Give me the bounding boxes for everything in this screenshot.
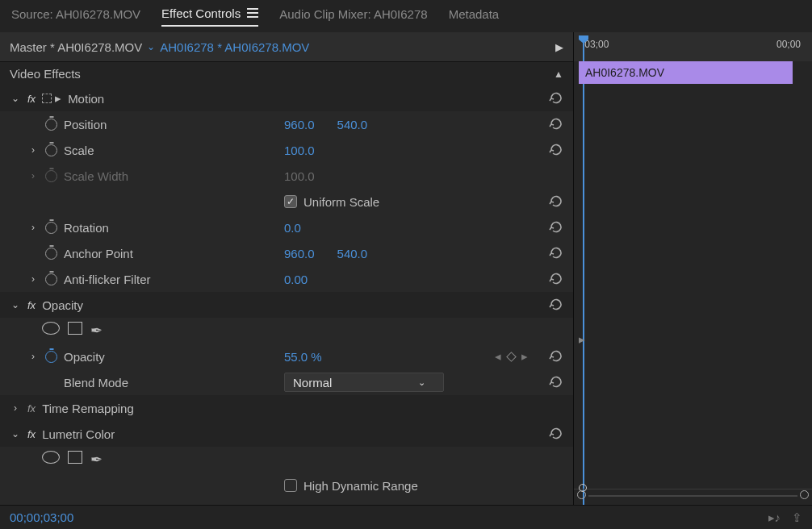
panel-menu-icon[interactable] [247, 8, 258, 18]
blend-mode-label: Blend Mode [64, 376, 128, 389]
effect-opacity[interactable]: ⌄ fx Opacity [0, 292, 573, 318]
anchor-point-label: Anchor Point [64, 247, 133, 260]
loop-icon[interactable]: ▸♪ [768, 510, 781, 525]
effect-lumetri-color[interactable]: ⌄ fx Lumetri Color [0, 421, 573, 447]
stopwatch-icon[interactable] [45, 248, 57, 260]
keyframe-expand-icon[interactable]: ▸ [579, 332, 585, 347]
ruler-end-label: 00;00 [776, 39, 801, 50]
master-clip-label: Master * AH0I6278.MOV [10, 40, 142, 54]
stopwatch-icon[interactable] [45, 351, 57, 363]
scale-width-value: 100.0 [284, 169, 315, 183]
fx-badge-icon[interactable]: fx [27, 402, 36, 414]
tab-audio-mixer[interactable]: Audio Clip Mixer: AH0I6278 [279, 7, 427, 26]
anti-flicker-value[interactable]: 0.00 [284, 273, 308, 286]
prop-blend-mode: Blend Mode Normal ⌄ [0, 369, 573, 395]
reset-button[interactable] [549, 91, 563, 106]
twirl-icon[interactable]: › [27, 144, 39, 156]
twirl-icon[interactable]: › [10, 402, 21, 414]
prop-opacity: › Opacity 55.0 % ◂ ▸ [0, 344, 573, 369]
ellipse-mask-icon[interactable] [42, 451, 60, 464]
prop-scale: › Scale 100.0 [0, 137, 573, 163]
panel-footer: 00;00;03;00 ▸♪ ⇪ [0, 505, 812, 529]
fx-badge-icon[interactable]: fx [27, 299, 36, 311]
blend-mode-select[interactable]: Normal ⌄ [284, 373, 444, 392]
twirl-icon[interactable]: › [27, 222, 39, 233]
reset-button[interactable] [549, 427, 563, 441]
position-x-value[interactable]: 960.0 [284, 118, 315, 131]
zoom-handle-left-icon[interactable] [577, 490, 586, 499]
position-label: Position [64, 118, 107, 131]
next-keyframe-icon[interactable]: ▸ [521, 349, 528, 364]
effect-opacity-label: Opacity [42, 298, 83, 312]
prop-hdr: High Dynamic Range [0, 473, 573, 498]
chevron-down-icon[interactable]: ⌄ [147, 41, 155, 52]
position-y-value[interactable]: 540.0 [337, 118, 368, 131]
anchor-x-value[interactable]: 960.0 [284, 247, 315, 260]
rotation-value[interactable]: 0.0 [284, 221, 301, 235]
playhead[interactable] [579, 35, 588, 44]
effect-motion[interactable]: ⌄ fx ▸ Motion [0, 85, 573, 111]
pen-mask-icon[interactable]: ✒ [90, 322, 103, 339]
uniform-scale-checkbox[interactable] [284, 195, 297, 208]
video-effects-header[interactable]: Video Effects ▲ [0, 61, 573, 85]
reset-button[interactable] [549, 143, 563, 157]
twirl-icon[interactable]: ⌄ [10, 93, 21, 104]
zoom-handle-right-icon[interactable] [800, 490, 809, 499]
scale-value[interactable]: 100.0 [284, 144, 315, 157]
tab-metadata[interactable]: Metadata [449, 7, 500, 26]
reset-button[interactable] [549, 375, 563, 389]
play-icon[interactable]: ▶ [555, 41, 563, 53]
effect-time-remapping[interactable]: › fx Time Remapping [0, 395, 573, 421]
collapse-up-icon[interactable]: ▲ [554, 69, 563, 80]
prev-keyframe-icon[interactable]: ◂ [495, 349, 501, 364]
fx-badge-icon[interactable]: fx [27, 428, 36, 440]
lumetri-mask-tools-row: ✒ [0, 447, 573, 473]
clip-bar-label: AH0I6278.MOV [585, 66, 664, 79]
rectangle-mask-icon[interactable] [68, 322, 82, 335]
anchor-y-value[interactable]: 540.0 [337, 247, 368, 260]
clip-bar[interactable]: AH0I6278.MOV [579, 61, 793, 84]
reset-button[interactable] [549, 349, 563, 364]
effect-controls-timeline[interactable]: :03;00 00;00 AH0I6278.MOV ▸ [573, 32, 812, 505]
effect-motion-label: Motion [68, 92, 104, 106]
reset-button[interactable] [549, 298, 563, 312]
anti-flicker-label: Anti-flicker Filter [64, 273, 151, 286]
basic-correction-label: Basic Correction [64, 505, 153, 506]
add-keyframe-icon[interactable] [506, 352, 517, 362]
hdr-checkbox[interactable] [284, 479, 297, 492]
pen-mask-icon[interactable]: ✒ [90, 451, 103, 469]
stopwatch-icon[interactable] [45, 222, 57, 234]
reset-button[interactable] [549, 117, 563, 131]
fx-badge-icon[interactable]: fx [27, 93, 36, 105]
reset-button[interactable] [549, 220, 563, 235]
scale-width-label: Scale Width [64, 169, 128, 183]
prop-basic-correction[interactable]: › Basic Correction [0, 498, 573, 505]
timecode-display[interactable]: 00;00;03;00 [10, 510, 73, 524]
reset-button[interactable] [549, 246, 563, 260]
stopwatch-icon[interactable] [45, 144, 57, 156]
time-ruler[interactable]: :03;00 00;00 [574, 32, 812, 61]
effect-controls-panel: Source: AH0I6278.MOV Effect Controls Aud… [0, 0, 812, 529]
motion-transform-icon: ▸ [42, 91, 61, 106]
stopwatch-icon[interactable] [45, 273, 57, 285]
hdr-label: High Dynamic Range [303, 479, 418, 493]
twirl-icon[interactable]: ⌄ [10, 299, 21, 310]
sequence-clip-label[interactable]: AH0I6278 * AH0I6278.MOV [160, 40, 309, 54]
twirl-icon[interactable]: ⌄ [10, 428, 21, 439]
prop-anchor-point: Anchor Point 960.0 540.0 [0, 240, 573, 266]
reset-button[interactable] [549, 272, 563, 286]
blend-mode-value: Normal [293, 376, 332, 389]
twirl-icon[interactable]: › [27, 273, 39, 285]
properties-list: ⌄ fx ▸ Motion Position 960.0 540.0 [0, 85, 573, 505]
panel-tabbar: Source: AH0I6278.MOV Effect Controls Aud… [0, 0, 812, 32]
opacity-value[interactable]: 55.0 % [284, 350, 322, 364]
tab-source[interactable]: Source: AH0I6278.MOV [11, 7, 140, 26]
ellipse-mask-icon[interactable] [42, 322, 60, 335]
twirl-icon[interactable]: › [27, 351, 39, 362]
export-icon[interactable]: ⇪ [792, 510, 802, 525]
tab-effect-controls[interactable]: Effect Controls [161, 6, 258, 27]
rectangle-mask-icon[interactable] [68, 451, 82, 464]
reset-button[interactable] [549, 194, 563, 209]
stopwatch-icon[interactable] [45, 119, 57, 131]
timeline-scrollbar[interactable] [588, 495, 797, 497]
